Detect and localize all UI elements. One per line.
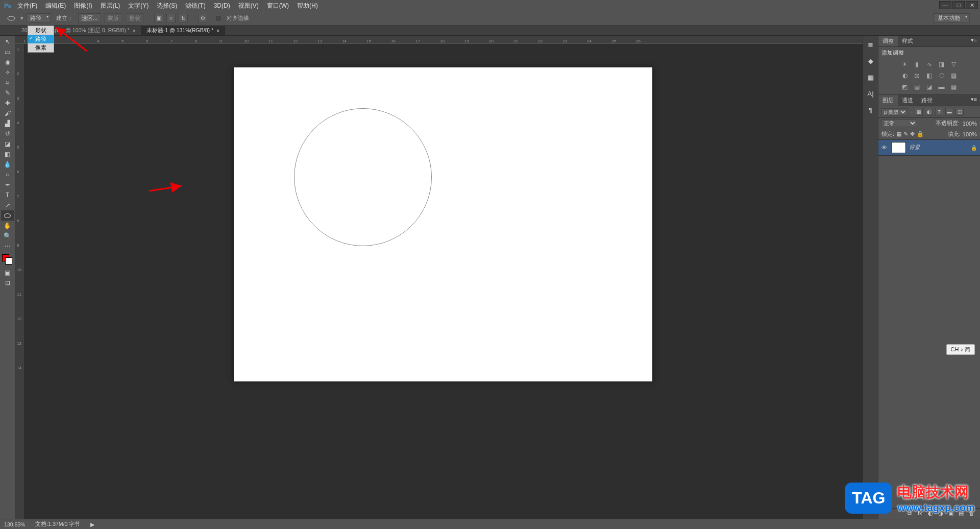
menu-help[interactable]: 帮助(H) [293, 0, 322, 11]
brightness-icon[interactable]: ☀ [901, 60, 909, 68]
blend-mode-select[interactable]: 正常 [881, 119, 917, 127]
filter-adjust-icon[interactable]: ◐ [925, 108, 933, 116]
make-mask-button[interactable]: 蒙版 [104, 13, 122, 23]
pen-tool[interactable]: ✒ [1, 180, 14, 190]
menu-3d[interactable]: 3D(D) [210, 0, 234, 11]
lasso-tool[interactable]: ◉ [1, 57, 14, 67]
bw-icon[interactable]: ◧ [925, 71, 934, 80]
layer-fx-icon[interactable]: fx [918, 510, 926, 517]
lock-all-icon[interactable]: 🔒 [917, 131, 924, 137]
channels-tab[interactable]: 通道 [898, 95, 917, 106]
tab-close-icon[interactable]: × [216, 28, 219, 34]
ellipse-path[interactable] [294, 108, 432, 246]
filter-type-icon[interactable]: T [935, 108, 943, 116]
workspace-selector[interactable]: 基本功能 [933, 13, 970, 23]
eraser-tool[interactable]: ◪ [1, 139, 14, 149]
path-select-tool[interactable]: ↗ [1, 200, 14, 210]
menu-edit[interactable]: 编辑(E) [41, 0, 70, 11]
filter-smart-icon[interactable]: ◫ [955, 108, 964, 116]
link-layers-icon[interactable]: ⧉ [908, 510, 916, 517]
paths-tab[interactable]: 路径 [917, 95, 937, 106]
panel-menu-icon[interactable]: ▾≡ [968, 36, 980, 46]
fill-value[interactable]: 100% [963, 131, 977, 137]
layer-mask-icon[interactable]: ◐ [928, 510, 936, 517]
make-shape-button[interactable]: 形状 [126, 13, 144, 23]
new-layer-icon[interactable]: ▤ [959, 510, 967, 517]
color-panel-icon[interactable]: ◆ [865, 55, 876, 66]
minimize-button[interactable]: — [939, 1, 951, 9]
menu-type[interactable]: 文字(Y) [124, 0, 153, 11]
layer-thumbnail[interactable] [892, 142, 906, 153]
hand-tool[interactable]: ✋ [1, 221, 14, 231]
ellipse-shape-tool[interactable] [1, 210, 14, 221]
hsl-icon[interactable]: ◐ [901, 71, 909, 80]
mode-shape-item[interactable]: 形状 [28, 26, 54, 35]
levels-icon[interactable]: ▮ [913, 60, 921, 68]
brush-tool[interactable]: 🖌 [1, 108, 14, 118]
mode-pixels-item[interactable]: 像素 [28, 43, 54, 52]
blur-tool[interactable]: 💧 [1, 159, 14, 170]
layer-name-label[interactable]: 背景 [909, 144, 920, 151]
posterize-icon[interactable]: ▤ [913, 83, 921, 91]
threshold-icon[interactable]: ◪ [925, 83, 934, 91]
tool-mode-dropdown[interactable]: 路径 [27, 13, 51, 23]
stamp-tool[interactable]: ▟ [1, 118, 14, 129]
menu-window[interactable]: 窗口(W) [263, 0, 293, 11]
crop-tool[interactable]: ⌗ [1, 78, 14, 88]
adjustments-tab[interactable]: 调整 [878, 36, 898, 46]
canvas-viewport[interactable] [23, 44, 863, 519]
path-arrange-icon[interactable]: ⇅ [179, 14, 188, 23]
make-selection-button[interactable]: 选区... [78, 13, 101, 23]
vibrance-icon[interactable]: ▽ [950, 60, 958, 68]
gear-icon[interactable]: ⚙ [198, 14, 207, 23]
screenmode-toggle[interactable]: ⊡ [1, 278, 14, 288]
zoom-tool[interactable]: 🔍 [1, 231, 14, 241]
opacity-value[interactable]: 100% [963, 121, 977, 127]
history-panel-icon[interactable]: ≣ [865, 39, 876, 50]
selcolor-icon[interactable]: ▦ [950, 83, 958, 91]
lock-position-icon[interactable]: ✥ [910, 131, 915, 137]
invert-icon[interactable]: ◩ [901, 83, 909, 91]
gradmap-icon[interactable]: ▬ [938, 83, 946, 91]
swatches-panel-icon[interactable]: ▦ [865, 71, 876, 83]
filter-shape-icon[interactable]: ▬ [945, 108, 953, 116]
document-tab-2[interactable]: 未标题-1 @ 131%(RGB/8) * × [141, 26, 225, 35]
photofilter-icon[interactable]: ⬡ [938, 71, 946, 80]
lock-transparent-icon[interactable]: ▦ [896, 131, 901, 137]
path-align-icon[interactable]: ≡ [166, 14, 176, 23]
quickmask-toggle[interactable]: ▣ [1, 268, 14, 278]
color-background-swatch[interactable] [5, 257, 12, 264]
ime-indicator[interactable]: CH ♪ 简 [946, 344, 975, 355]
layers-tab[interactable]: 图层 [878, 95, 898, 106]
marquee-tool[interactable]: ▭ [1, 47, 14, 57]
doc-size-label[interactable]: 文档:1.37M/0 字节 [35, 521, 80, 528]
delete-layer-icon[interactable]: 🗑 [969, 510, 977, 517]
path-op-new-icon[interactable]: ▣ [154, 14, 163, 23]
align-edges-checkbox[interactable] [215, 15, 222, 21]
magic-wand-tool[interactable]: ✧ [1, 67, 14, 78]
type-tool[interactable]: T [1, 190, 14, 200]
maximize-button[interactable]: □ [952, 1, 965, 9]
ruler-horizontal[interactable]: 1234567891011121314151617181920212223242… [15, 36, 863, 44]
lock-pixels-icon[interactable]: ✎ [903, 131, 908, 137]
layer-filter-kind[interactable]: ρ 类型 [881, 108, 908, 116]
history-brush-tool[interactable]: ↺ [1, 129, 14, 139]
status-expand-icon[interactable]: ▶ [90, 521, 94, 527]
ruler-vertical[interactable]: 1234567891011121314 [15, 44, 23, 519]
paragraph-panel-icon[interactable]: ¶ [865, 104, 876, 115]
zoom-level[interactable]: 130.65% [4, 521, 25, 527]
new-group-icon[interactable]: ▣ [948, 510, 957, 517]
move-tool[interactable]: ↖ [1, 37, 14, 47]
gradient-tool[interactable]: ◧ [1, 149, 14, 159]
character-panel-icon[interactable]: A| [865, 88, 876, 99]
menu-select[interactable]: 选择(S) [153, 0, 181, 11]
exposure-icon[interactable]: ◨ [938, 60, 946, 68]
edit-toolbar[interactable]: ⋯ [1, 241, 14, 251]
menu-filter[interactable]: 滤镜(T) [181, 0, 209, 11]
filter-pixel-icon[interactable]: ▦ [915, 108, 923, 116]
styles-tab[interactable]: 样式 [898, 36, 917, 46]
artboard[interactable] [234, 67, 652, 381]
panel-menu-icon[interactable]: ▾≡ [968, 95, 980, 106]
curves-icon[interactable]: ∿ [925, 60, 934, 68]
menu-image[interactable]: 图像(I) [70, 0, 96, 11]
